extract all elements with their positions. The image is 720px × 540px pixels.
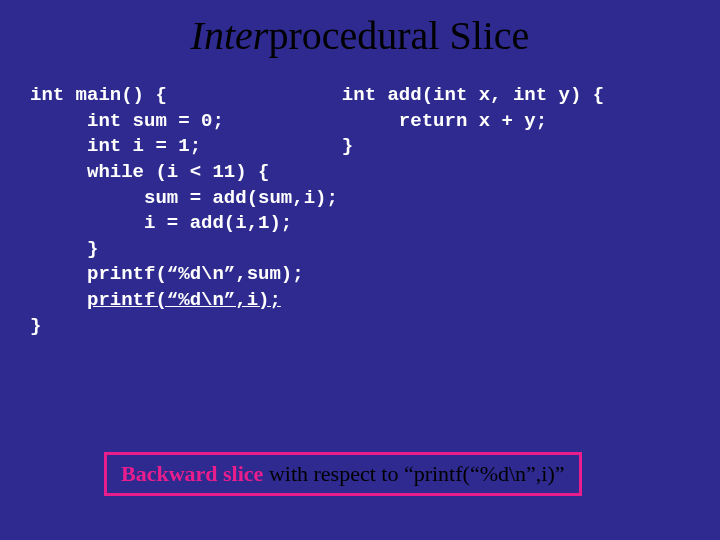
slice-criterion-line: printf(“%d\n”,i); [87, 289, 281, 311]
code-left-tail: } [30, 315, 41, 337]
slide: Interprocedural Slice int main() { int s… [0, 0, 720, 540]
code-right: int add(int x, int y) { return x + y; } [338, 83, 604, 339]
title-emph: Inter [191, 13, 269, 58]
caption-rest: with respect to “printf(“%d\n”,i)” [263, 461, 564, 486]
code-left: int main() { int sum = 0; int i = 1; whi… [30, 83, 338, 339]
caption-box: Backward slice with respect to “printf(“… [104, 452, 582, 496]
caption-lead: Backward slice [121, 461, 263, 486]
code-left-body: int main() { int sum = 0; int i = 1; whi… [30, 84, 338, 311]
slide-title: Interprocedural Slice [0, 0, 720, 59]
code-area: int main() { int sum = 0; int i = 1; whi… [0, 59, 720, 339]
title-rest: procedural Slice [268, 13, 529, 58]
